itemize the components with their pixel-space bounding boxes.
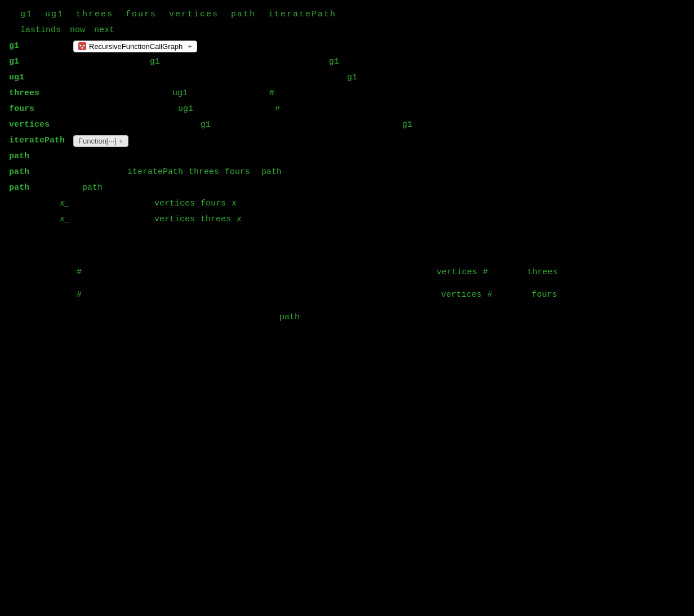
rfcg-label: RecursiveFunctionCallGraph xyxy=(89,42,183,51)
g1-label: g1 xyxy=(9,38,71,54)
threes-ug1: ug1 xyxy=(172,86,188,101)
bottom-line3: path xyxy=(9,306,685,329)
header-controls: lastinds now next xyxy=(9,23,685,38)
path-empty-label: path xyxy=(9,149,71,164)
x1-vertices: vertices xyxy=(154,196,195,212)
rfcg-icon xyxy=(78,42,86,50)
bottom-hash1: # xyxy=(77,265,82,280)
threes-hash: # xyxy=(269,86,274,101)
iteratepath-label: iteratePath xyxy=(9,133,71,149)
x2-x: x xyxy=(237,212,242,227)
path-path-label: path xyxy=(9,180,71,196)
now-label: now xyxy=(70,23,85,38)
function-button[interactable]: Function[···] + xyxy=(73,135,128,147)
rfcg-plus-icon: + xyxy=(188,42,192,51)
x1-var: x_ xyxy=(60,196,70,212)
g1-row: g1 RecursiveFunctionCallGraph + xyxy=(9,38,685,54)
g1-data-row: g1 g1 g1 xyxy=(9,54,685,70)
threes-row: threes ug1 # xyxy=(9,86,685,101)
next-label: next xyxy=(94,23,114,38)
lastinds-label: lastinds xyxy=(20,23,61,38)
fours-hash: # xyxy=(275,101,280,117)
g1-col2: g1 xyxy=(329,54,339,70)
g1-data-label: g1 xyxy=(9,54,71,70)
main-container: g1 ug1 threes fours vertices path iterat… xyxy=(0,0,694,616)
fours-row: fours ug1 # xyxy=(9,101,685,117)
bottom-path: path xyxy=(279,310,300,325)
function-plus-icon: + xyxy=(119,137,123,145)
path-iteratepath: iteratePath xyxy=(127,164,183,180)
svg-point-1 xyxy=(80,45,82,47)
bottom-line1: # vertices # threes xyxy=(9,261,685,284)
x2-threes: threes xyxy=(201,212,231,227)
x1-row: x_ vertices fours x xyxy=(9,196,685,212)
function-label: Function[···] xyxy=(78,137,117,145)
g1-col1: g1 xyxy=(150,54,160,70)
fours-ug1: ug1 xyxy=(178,101,193,117)
svg-point-3 xyxy=(82,47,83,49)
path-sub-label: path xyxy=(82,180,103,196)
x1-fours: fours xyxy=(201,196,226,212)
threes-label: threes xyxy=(9,86,71,101)
path-path-row: path path xyxy=(9,180,685,196)
path-threes: threes xyxy=(189,164,219,180)
ug1-col1: g1 xyxy=(347,70,357,86)
vertices-g1a: g1 xyxy=(201,117,211,133)
x2-var: x_ xyxy=(60,212,70,227)
ug1-label: ug1 xyxy=(9,70,71,86)
bottom-line2: # vertices # fours xyxy=(9,284,685,306)
path-path: path xyxy=(261,164,282,180)
bottom-vertices2: vertices xyxy=(441,287,482,303)
fours-label: fours xyxy=(9,101,71,117)
header-vars-text: g1 ug1 threes fours vertices path iterat… xyxy=(20,7,336,23)
rfcg-button[interactable]: RecursiveFunctionCallGraph + xyxy=(73,41,197,52)
bottom-hash3: # xyxy=(77,287,82,303)
bottom-hash4: # xyxy=(487,287,492,303)
path-data-row: path iteratePath threes fours path xyxy=(9,164,685,180)
path-data-label: path xyxy=(9,164,71,180)
x2-row: x_ vertices threes x xyxy=(9,212,685,227)
vertices-g1b: g1 xyxy=(402,117,412,133)
path-empty-row: path xyxy=(9,149,685,164)
path-fours: fours xyxy=(225,164,250,180)
vertices-row: vertices g1 g1 xyxy=(9,117,685,133)
vertices-label: vertices xyxy=(9,117,71,133)
bottom-threes: threes xyxy=(527,265,558,280)
bottom-vertices1: vertices xyxy=(437,265,477,280)
bottom-hash2: # xyxy=(483,265,488,280)
ug1-row: ug1 g1 xyxy=(9,70,685,86)
svg-point-2 xyxy=(83,45,85,47)
header-variables: g1 ug1 threes fours vertices path iterat… xyxy=(9,7,685,23)
bottom-fours: fours xyxy=(532,287,557,303)
iteratepath-row: iteratePath Function[···] + xyxy=(9,133,685,149)
x1-x: x xyxy=(232,196,237,212)
x2-vertices: vertices xyxy=(154,212,195,227)
